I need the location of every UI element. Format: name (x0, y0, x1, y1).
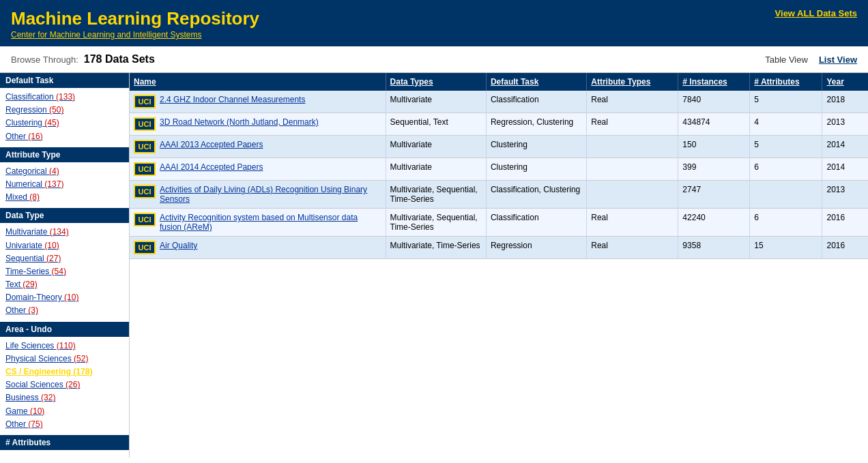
cell-default-task: Classification, Clustering (486, 181, 586, 209)
cell-attributes: 4 (750, 113, 822, 136)
cell-instances: 2747 (678, 181, 750, 209)
site-subtitle[interactable]: Center for Machine Learning and Intellig… (11, 30, 202, 40)
dataset-name-link[interactable]: AAAI 2014 Accepted Papers (160, 162, 263, 172)
dataset-count: 178 Data Sets (84, 53, 155, 65)
col-header-year[interactable]: Year (822, 73, 868, 91)
table-body: UCI2.4 GHZ Indoor Channel MeasurementsMu… (130, 91, 868, 259)
sidebar-link-univariate[interactable]: Univariate (10) (5, 239, 124, 252)
browse-bar: Browse Through: 178 Data Sets Table View… (0, 46, 868, 73)
dataset-name-link[interactable]: Activities of Daily Living (ADLs) Recogn… (160, 185, 381, 204)
cell-data-types: Sequential, Text (386, 113, 486, 136)
table-view-toggle[interactable]: Table View (765, 55, 808, 65)
cell-name: UCIAAAI 2014 Accepted Papers (130, 158, 386, 181)
cell-attribute-types (587, 158, 678, 181)
sidebar-link-categorical[interactable]: Categorical (4) (5, 165, 124, 178)
cell-attribute-types: Real (587, 209, 678, 237)
sidebar-link-other[interactable]: Other (3) (5, 304, 124, 317)
dataset-name-link[interactable]: AAAI 2013 Accepted Papers (160, 140, 263, 149)
sidebar-link-game[interactable]: Game (10) (5, 405, 124, 418)
table-row: UCIAir QualityMultivariate, Time-SeriesR… (130, 237, 868, 259)
sidebar-header-area: Area - Undo (0, 322, 129, 337)
cell-attributes: 6 (750, 158, 822, 181)
cell-attributes (750, 181, 822, 209)
cell-instances: 7840 (678, 91, 750, 113)
table-header-row: NameData TypesDefault TaskAttribute Type… (130, 73, 868, 91)
sidebar-link-life-sciences[interactable]: Life Sciences (110) (5, 340, 124, 353)
cell-name: UCI2.4 GHZ Indoor Channel Measurements (130, 91, 386, 113)
cell-attribute-types (587, 181, 678, 209)
sidebar-link-mixed[interactable]: Mixed (8) (5, 191, 124, 204)
cell-data-types: Multivariate (386, 136, 486, 158)
sidebar-link-other[interactable]: Other (75) (5, 418, 124, 431)
cell-data-types: Multivariate (386, 91, 486, 113)
sidebar-link-sequential[interactable]: Sequential (27) (5, 252, 124, 265)
cell-attribute-types: Real (587, 237, 678, 259)
table-area: NameData TypesDefault TaskAttribute Type… (130, 73, 868, 458)
sidebar-link-clustering[interactable]: Clustering (45) (5, 117, 124, 130)
main-layout: Default TaskClassification (133)Regressi… (0, 73, 868, 458)
header-left: Machine Learning Repository Center for M… (11, 8, 259, 40)
cell-default-task: Clustering (486, 136, 586, 158)
cell-data-types: Multivariate, Sequential, Time-Series (386, 209, 486, 237)
sidebar-link-time-series[interactable]: Time-Series (54) (5, 265, 124, 278)
sidebar-link-business[interactable]: Business (32) (5, 391, 124, 404)
sidebar-header-attribute-type: Attribute Type (0, 147, 129, 162)
col-header-name[interactable]: Name (130, 73, 386, 91)
dataset-name-link[interactable]: 2.4 GHZ Indoor Channel Measurements (160, 95, 305, 104)
cell-attributes: 6 (750, 209, 822, 237)
uci-badge: UCI (134, 117, 156, 131)
cell-instances: 434874 (678, 113, 750, 136)
table-row: UCIAAAI 2013 Accepted PapersMultivariate… (130, 136, 868, 158)
col-header-instances[interactable]: # Instances (678, 73, 750, 91)
dataset-name-link[interactable]: Activity Recognition system based on Mul… (160, 213, 381, 232)
cell-data-types: Multivariate, Sequential, Time-Series (386, 181, 486, 209)
cell-instances: 42240 (678, 209, 750, 237)
cell-default-task: Clustering (486, 158, 586, 181)
view-all-link[interactable]: View ALL Data Sets (775, 8, 857, 18)
cell-name: UCIActivity Recognition system based on … (130, 209, 386, 237)
sidebar-link-social-sciences[interactable]: Social Sciences (26) (5, 378, 124, 391)
cell-year: 2014 (822, 158, 868, 181)
header-right: View ALL Data Sets (775, 8, 857, 18)
list-view-toggle[interactable]: List View (819, 55, 857, 65)
uci-badge: UCI (134, 140, 156, 153)
col-header-attribute-types[interactable]: Attribute Types (587, 73, 678, 91)
dataset-name-link[interactable]: 3D Road Network (North Jutland, Denmark) (160, 117, 319, 127)
col-header-attributes[interactable]: # Attributes (750, 73, 822, 91)
table-row: UCI3D Road Network (North Jutland, Denma… (130, 113, 868, 136)
sidebar-link-domain-theory[interactable]: Domain-Theory (10) (5, 291, 124, 304)
cell-attribute-types: Real (587, 91, 678, 113)
col-header-data-types[interactable]: Data Types (386, 73, 486, 91)
uci-badge: UCI (134, 185, 156, 198)
browse-through-label: Browse Through: (11, 55, 78, 65)
sidebar-link-numerical[interactable]: Numerical (137) (5, 178, 124, 191)
cell-year: 2013 (822, 113, 868, 136)
cell-instances: 9358 (678, 237, 750, 259)
uci-badge: UCI (134, 241, 156, 254)
sidebar-header-num-attributes: # Attributes (0, 435, 129, 450)
sidebar-link-other[interactable]: Other (16) (5, 130, 124, 143)
cell-instances: 399 (678, 158, 750, 181)
cell-default-task: Classification (486, 209, 586, 237)
cell-attributes: 5 (750, 136, 822, 158)
dataset-name-link[interactable]: Air Quality (160, 241, 197, 250)
sidebar-link-cs-/-engineering[interactable]: CS / Engineering (178) (5, 365, 124, 378)
uci-badge: UCI (134, 162, 156, 176)
cell-attributes: 5 (750, 91, 822, 113)
sidebar-link-text[interactable]: Text (29) (5, 278, 124, 291)
cell-default-task: Regression (486, 237, 586, 259)
sidebar-link-classification[interactable]: Classification (133) (5, 91, 124, 104)
page-header: Machine Learning Repository Center for M… (0, 0, 868, 46)
cell-default-task: Regression, Clustering (486, 113, 586, 136)
cell-instances: 150 (678, 136, 750, 158)
sidebar-link-multivariate[interactable]: Multivariate (134) (5, 226, 124, 239)
sidebar-link-regression[interactable]: Regression (50) (5, 104, 124, 117)
cell-year: 2013 (822, 181, 868, 209)
cell-name: UCIAir Quality (130, 237, 386, 259)
sidebar-link-physical-sciences[interactable]: Physical Sciences (52) (5, 353, 124, 365)
cell-name: UCI3D Road Network (North Jutland, Denma… (130, 113, 386, 136)
site-title[interactable]: Machine Learning Repository (11, 8, 259, 29)
cell-default-task: Classification (486, 91, 586, 113)
col-header-default-task[interactable]: Default Task (486, 73, 586, 91)
uci-badge: UCI (134, 213, 156, 226)
